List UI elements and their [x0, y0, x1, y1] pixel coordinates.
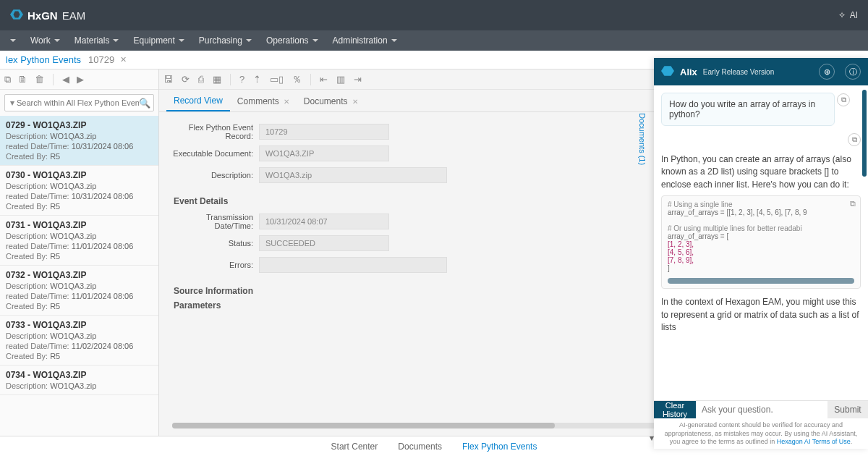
svg-marker-2: [661, 66, 674, 76]
alix-conversation[interactable]: How do you write an array of arrays in p…: [654, 85, 868, 400]
brand-suffix: EAM: [62, 9, 86, 22]
view-icon[interactable]: ▦: [213, 74, 221, 85]
menu-equipment[interactable]: Equipment: [126, 35, 191, 46]
label-status: Status:: [172, 239, 259, 248]
brand-prefix: HxGN: [27, 9, 58, 22]
label-record: Flex Python Event Record:: [172, 123, 259, 140]
alix-disclaimer: AI-generated content should be verified …: [654, 418, 868, 449]
last-icon[interactable]: ⇥: [354, 74, 362, 85]
label-desc: Description:: [172, 171, 259, 180]
alix-user-message: How do you write an array of arrays in p…: [661, 93, 835, 126]
label-errors: Errors:: [172, 261, 259, 269]
breadcrumb-id: 10729: [88, 54, 114, 65]
panel-collapse-icon[interactable]: ▾: [650, 433, 654, 443]
documents-side-tab[interactable]: Documents (1): [638, 113, 647, 165]
list-search[interactable]: ▾ 🔍: [4, 94, 154, 111]
clear-history-button[interactable]: Clear History: [654, 401, 696, 418]
field-desc[interactable]: WO1QA3.zip: [259, 167, 447, 183]
print-icon[interactable]: ⎙: [198, 74, 204, 85]
first-icon[interactable]: ⇤: [320, 74, 328, 85]
ai-icon: ✧: [838, 10, 846, 20]
tab-documents[interactable]: Documents✕: [297, 90, 365, 111]
alix-panel: Alix Early Release Version ⊕ ⓘ How do yo…: [654, 58, 868, 449]
doc-icon[interactable]: 🗎: [18, 74, 27, 85]
list-item[interactable]: 0734 - WO1QA3.ZIP Description: WO1QA3.zi…: [0, 366, 158, 395]
hexagon-logo-icon: [10, 8, 23, 23]
alix-title: Alix: [680, 67, 697, 77]
alix-question-input[interactable]: [696, 401, 827, 418]
field-trans-dt[interactable]: 10/31/2024 08:07: [259, 214, 389, 229]
code-scrollbar[interactable]: [668, 278, 854, 284]
list-item[interactable]: 0729 - WO1QA3.ZIP Description: WO1QA3.zi…: [0, 116, 158, 166]
breadcrumb-title[interactable]: lex Python Events: [6, 54, 81, 65]
menu-work[interactable]: Work: [23, 35, 67, 46]
terms-link[interactable]: Hexagon AI Terms of Use: [777, 438, 851, 445]
tab-record-view[interactable]: Record View: [166, 90, 230, 111]
menu-bar: Work Materials Equipment Purchasing Oper…: [0, 30, 868, 51]
search-icon[interactable]: 🔍: [139, 98, 150, 109]
record-list[interactable]: 0729 - WO1QA3.ZIP Description: WO1QA3.zi…: [0, 116, 158, 436]
alix-input-bar: Clear History Submit: [654, 400, 868, 418]
alix-logo-icon: [661, 64, 674, 80]
label-exec: Executable Document:: [172, 149, 259, 158]
code-block: ⧉ # Using a single line array_of_arrays …: [661, 195, 861, 289]
list-item[interactable]: 0730 - WO1QA3.ZIP Description: WO1QA3.zi…: [0, 166, 158, 216]
prev-icon[interactable]: ◀: [62, 74, 69, 85]
copy-icon[interactable]: ⧉: [837, 93, 850, 106]
next-icon[interactable]: ▶: [77, 74, 84, 85]
list-item[interactable]: 0733 - WO1QA3.ZIP Description: WO1QA3.zi…: [0, 316, 158, 366]
label-trans-dt: Transmission Date/Time:: [172, 213, 259, 230]
field-status[interactable]: SUCCEEDED: [259, 235, 389, 251]
search-input[interactable]: [17, 96, 139, 110]
search-dropdown-icon[interactable]: ▾: [8, 98, 17, 108]
alix-scrollbar[interactable]: [862, 90, 867, 177]
breadcrumb-close-icon[interactable]: ✕: [120, 55, 127, 64]
help-icon[interactable]: ?: [239, 74, 244, 85]
ai-label: AI: [850, 10, 858, 20]
alix-info-icon[interactable]: ⓘ: [845, 64, 861, 80]
close-icon[interactable]: ✕: [284, 98, 289, 106]
bottom-tab-start[interactable]: Start Center: [331, 442, 378, 452]
bottom-tab-documents[interactable]: Documents: [398, 442, 442, 452]
delete-icon[interactable]: 🗑: [35, 74, 44, 85]
menu-administration[interactable]: Administration: [326, 35, 404, 46]
refresh-icon[interactable]: ⟳: [182, 74, 190, 85]
list-item[interactable]: 0732 - WO1QA3.ZIP Description: WO1QA3.zi…: [0, 266, 158, 316]
copy-icon[interactable]: ⧉: [4, 74, 11, 85]
upload-icon[interactable]: ⇡: [253, 74, 261, 85]
alix-settings-icon[interactable]: ⊕: [819, 64, 835, 80]
copy-icon[interactable]: ⧉: [850, 199, 856, 208]
field-errors[interactable]: [259, 257, 447, 273]
menu-operations[interactable]: Operations: [259, 35, 326, 46]
app-logo: HxGN EAM: [10, 8, 85, 23]
menu-caret-leading[interactable]: [3, 39, 23, 42]
top-bar: HxGN EAM ✧ AI: [0, 0, 868, 30]
field-exec[interactable]: WO1QA3.ZIP: [259, 145, 389, 161]
list-item[interactable]: 0731 - WO1QA3.ZIP Description: WO1QA3.zi…: [0, 216, 158, 266]
percent-icon[interactable]: ％: [292, 73, 302, 86]
alix-version: Early Release Version: [703, 68, 774, 76]
close-icon[interactable]: ✕: [352, 98, 358, 106]
list-pane: ⧉ 🗎 🗑 ◀ ▶ ▾ 🔍 0729 - WO1QA3.ZIP Descript…: [0, 69, 159, 436]
columns-icon[interactable]: ▥: [336, 74, 345, 85]
alix-header: Alix Early Release Version ⊕ ⓘ: [654, 58, 868, 85]
list-toolbar: ⧉ 🗎 🗑 ◀ ▶: [0, 69, 158, 90]
ai-link[interactable]: ✧ AI: [838, 10, 858, 20]
tab-comments[interactable]: Comments✕: [230, 90, 297, 111]
alix-ai-message: In Python, you can create an array of ar…: [661, 153, 861, 334]
copy-icon[interactable]: ⧉: [848, 133, 861, 146]
bottom-tab-flex[interactable]: Flex Python Events: [462, 442, 537, 452]
menu-materials[interactable]: Materials: [67, 35, 127, 46]
book-icon[interactable]: ▭▯: [270, 74, 284, 85]
save-icon[interactable]: 🖫: [163, 74, 173, 85]
submit-button[interactable]: Submit: [827, 401, 868, 418]
field-record[interactable]: 10729: [259, 124, 389, 140]
menu-purchasing[interactable]: Purchasing: [192, 35, 259, 46]
